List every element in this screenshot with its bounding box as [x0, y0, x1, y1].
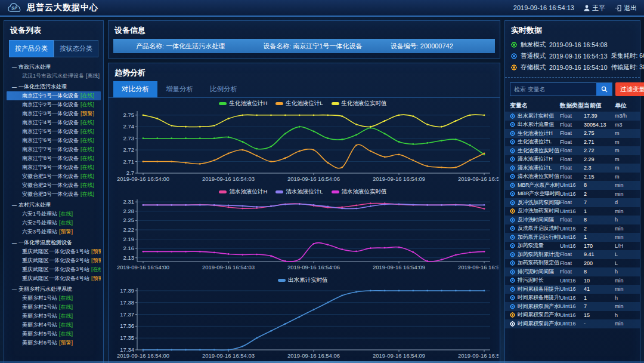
collapse-icon[interactable] — [12, 64, 16, 70]
variable-name: 出水累计流量值 — [518, 121, 554, 128]
mode-metric: 传输延时: 388 ms — [611, 63, 644, 72]
variable-value-cell: 1 — [584, 208, 615, 214]
svg-text:2019-09-16 16:54:12: 2019-09-16 16:54:12 — [458, 176, 499, 182]
table-row[interactable]: 时间累积备用提升泵分UInt1641min — [505, 285, 640, 294]
device-item[interactable]: 南京江宁3号一体化设备[预警] — [7, 109, 101, 118]
device-item[interactable]: 安徽合肥2号一体化设备[在线] — [7, 181, 101, 190]
table-row[interactable]: 生化池液位实时值Float2.72m — [505, 146, 640, 155]
legend-item[interactable]: 生化池液位计L — [275, 100, 323, 107]
table-row[interactable]: 生化池液位计HFloat2.75m — [505, 129, 640, 138]
variable-name: 反冲洗时间间隔 — [518, 216, 554, 224]
tree-group-header[interactable]: 农村污水处理 — [7, 200, 101, 210]
device-item[interactable]: 南京江宁9号一体化设备[在线] — [7, 163, 101, 172]
table-row[interactable]: 反洗泵开启反洗时长UInt162min — [505, 224, 640, 233]
variable-name-cell: 时间累积备用提升泵时 — [510, 294, 560, 302]
table-row[interactable]: 反冲洗加药泵时间UInt161min — [505, 207, 640, 216]
svg-text:2.22: 2.22 — [123, 226, 135, 233]
tree-group-header[interactable]: 一体化带温度检测设备 — [7, 238, 101, 247]
device-item[interactable]: 南京江宁4号一体化设备[在线] — [7, 118, 101, 127]
table-row[interactable]: 时间累积备用提升泵时UInt161h — [505, 294, 640, 303]
device-item[interactable]: 美丽乡村6号站[预警] — [7, 339, 101, 347]
legend-item[interactable]: 生化池液位实时值 — [332, 100, 387, 107]
table-row[interactable]: 反冲洗加药泵间隔时间Float7d — [505, 198, 640, 207]
collapse-icon[interactable] — [12, 202, 16, 208]
device-item[interactable]: 南京江宁5号一体化设备[在线] — [7, 127, 101, 136]
user-icon — [584, 5, 590, 11]
device-item[interactable]: 重庆武隆区一体化设备4号站[预警] — [7, 274, 101, 283]
table-row[interactable]: 加药泵药剂限定值Float200L — [505, 259, 640, 268]
table-row[interactable]: 时间累积泵前产水电动阀分UInt16-min — [505, 319, 640, 328]
table-row[interactable]: MBR产水泵产水时间分UInt168min — [505, 181, 640, 190]
table-row[interactable]: 出水累计实时值Float17.39m3/h — [505, 112, 640, 121]
filter-variables-button[interactable]: 过滤变量 — [615, 82, 644, 96]
device-item[interactable]: 六安1号处理站[在线] — [7, 210, 101, 219]
device-item-label: 重庆武隆区一体化设备3号站 — [22, 266, 89, 273]
device-item[interactable]: 美丽乡村5号站[在线] — [7, 330, 101, 339]
svg-text:2019-09-16 16:54:03: 2019-09-16 16:54:03 — [202, 176, 255, 182]
tree-group-header[interactable]: 美丽乡村污水处理系统 — [7, 284, 101, 294]
device-item[interactable]: 美丽乡村4号站[在线] — [7, 321, 101, 330]
legend-item[interactable]: 清水池液位计L — [275, 188, 323, 196]
device-item[interactable]: 美丽乡村2号站[在线] — [7, 303, 101, 312]
collapse-icon[interactable] — [12, 286, 16, 293]
variable-unit-cell: min — [615, 191, 635, 197]
device-status-badge: [在线] — [59, 294, 73, 302]
variable-type-cell: UInt16 — [560, 321, 584, 327]
table-row[interactable]: 清水池液位计HFloat2.29m — [505, 155, 640, 164]
table-row[interactable]: 加药泵药剂累计流量Float9.41L — [505, 250, 640, 259]
sidebar-tab-1[interactable]: 按产品分类 — [9, 40, 54, 57]
device-item[interactable]: 武汉1号市政污水处理设备[离线] — [7, 72, 101, 81]
device-item[interactable]: 南京江宁8号一体化设备[在线] — [7, 154, 101, 163]
device-item[interactable]: 南京江宁6号一体化设备[在线] — [7, 136, 101, 145]
table-row[interactable]: 生化池液位计LFloat2.71m — [505, 138, 640, 147]
table-row[interactable]: 时间累积泵后产水电动阀分UInt167min — [505, 302, 640, 311]
device-item[interactable]: 美丽乡村3号站[在线] — [7, 312, 101, 321]
table-row[interactable]: 清水池液位实时值Float2.15m — [505, 173, 640, 182]
trend-tab-3[interactable]: 比例分析 — [202, 81, 246, 97]
table-row[interactable]: 加药泵开启运行时间UInt161min — [505, 233, 640, 242]
device-item[interactable]: 南京江宁1号一体化设备[在线] — [7, 91, 101, 100]
variable-type-cell: Float — [560, 269, 584, 275]
column-header-3: 当前值 — [584, 101, 615, 110]
search-input[interactable] — [510, 83, 596, 96]
device-item[interactable]: 重庆武隆区一体化设备3号站[在线] — [7, 265, 101, 274]
variable-unit-cell: h — [615, 295, 635, 301]
table-row[interactable]: 清水池液位计LFloat2.3m — [505, 164, 640, 173]
trend-tab-2[interactable]: 增量分析 — [157, 81, 202, 97]
sidebar-tab-2[interactable]: 按状态分类 — [54, 40, 98, 57]
trend-tab-1[interactable]: 对比分析 — [113, 81, 157, 97]
device-item-label: 南京江宁4号一体化设备 — [22, 119, 79, 127]
device-status-badge: [离线] — [86, 72, 100, 80]
device-item[interactable]: 南京江宁7号一体化设备[在线] — [7, 145, 101, 154]
realtime-panel: 实时数据 触发模式2019-09-16 16:54:08普通模式2019-09-… — [504, 20, 640, 363]
logout-button[interactable]: 退出 — [615, 4, 637, 13]
tree-group-header[interactable]: 市政污水处理 — [7, 62, 101, 72]
device-list-title: 设备列表 — [4, 21, 103, 39]
table-row[interactable]: 时间累积泵后产水电动阀时UInt1615h — [505, 311, 640, 320]
device-item[interactable]: 安徽合肥1号一体化设备[在线] — [7, 172, 101, 181]
table-row[interactable]: 排污泥时长UInt1610min — [505, 276, 640, 285]
legend-item[interactable]: 出水累计实时值 — [278, 276, 328, 284]
device-item[interactable]: 六安2号处理站[在线] — [7, 219, 101, 227]
collapse-icon[interactable] — [12, 84, 16, 90]
device-item[interactable]: 安徽合肥3号一体化设备[在线] — [7, 190, 101, 199]
legend-item[interactable]: 清水池液位实时值 — [332, 188, 387, 196]
table-row[interactable]: 出水累计流量值Float30054.13m3 — [505, 121, 640, 130]
trend-title: 趋势分析 — [109, 63, 500, 81]
table-row[interactable]: 加药泵流量UInt16170L/H — [505, 242, 640, 251]
search-button[interactable] — [596, 83, 612, 96]
device-item[interactable]: 重庆武隆区一体化设备1号站[预警] — [7, 247, 101, 256]
table-row[interactable]: MBR产水空曝时间分UInt162min — [505, 190, 640, 199]
device-item[interactable]: 南京江宁2号一体化设备[在线] — [7, 100, 101, 109]
search-row: 过滤变量 选择变量 — [505, 78, 640, 100]
legend-item[interactable]: 生化池液位计H — [219, 100, 267, 107]
device-item[interactable]: 六安3号处理站[预警] — [7, 227, 101, 236]
user-menu[interactable]: 王平 — [584, 4, 605, 13]
table-row[interactable]: 反冲洗时间间隔Float8h — [505, 216, 640, 224]
legend-item[interactable]: 清水池液位计H — [219, 188, 267, 196]
table-row[interactable]: 排污泥时间间隔Float8h — [505, 267, 640, 276]
device-item[interactable]: 美丽乡村1号站[在线] — [7, 294, 101, 303]
collapse-icon[interactable] — [12, 239, 16, 246]
device-item[interactable]: 重庆武隆区一体化设备2号站[预警] — [7, 256, 101, 265]
tree-group-header[interactable]: 一体化生活污水处理 — [7, 82, 101, 91]
